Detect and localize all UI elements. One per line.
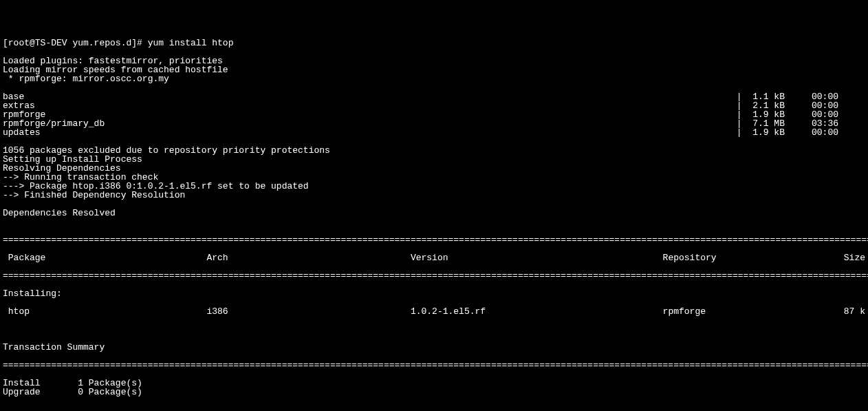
- output-line: * rpmforge: mirror.oscc.org.my: [3, 74, 865, 83]
- count-line: Upgrade 0 Package(s): [3, 388, 865, 397]
- repo-row: rpmforge/primary_db| 7.1 MB 03:36: [3, 119, 865, 128]
- table-row: htop i386 1.0.2-1.el5.rf rpmforge87 k: [3, 307, 865, 316]
- divider: ========================================…: [3, 235, 865, 244]
- blank: [3, 405, 865, 411]
- repo-row: extras| 2.1 kB 00:00: [3, 101, 865, 110]
- prompt-line: [root@TS-DEV yum.repos.d]# yum install h…: [3, 39, 865, 48]
- transaction-summary: Transaction Summary: [3, 343, 865, 352]
- section-installing: Installing:: [3, 289, 865, 298]
- blank: [3, 325, 865, 334]
- repo-row: rpmforge| 1.9 kB 00:00: [3, 110, 865, 119]
- repo-row: base| 1.1 kB 00:00: [3, 92, 865, 101]
- output-line: [3, 218, 865, 226]
- divider: ========================================…: [3, 361, 865, 370]
- output-line: [3, 200, 865, 209]
- output-line: Dependencies Resolved: [3, 209, 865, 218]
- divider: ========================================…: [3, 271, 865, 280]
- table-header: Package Arch Version RepositorySize: [3, 253, 865, 262]
- output-line: --> Finished Dependency Resolution: [3, 191, 865, 200]
- repo-row: updates| 1.9 kB 00:00: [3, 128, 865, 137]
- output-line: Setting up Install Process: [3, 155, 865, 164]
